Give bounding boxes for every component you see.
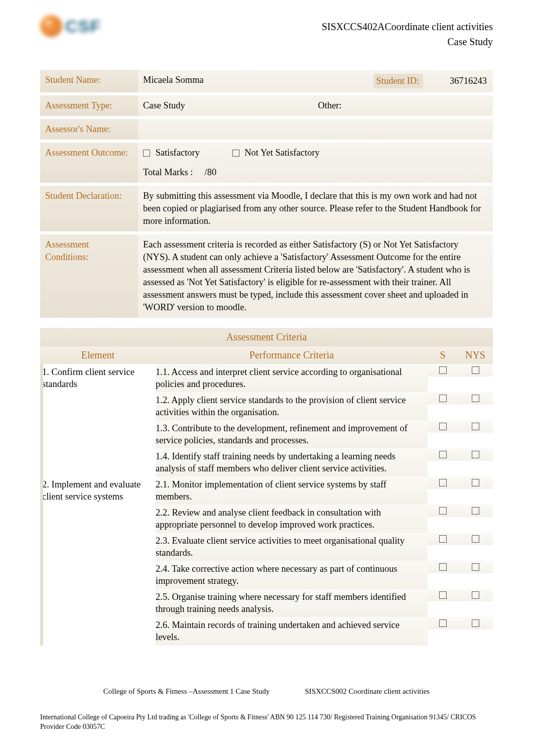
criteria-performance: 1.1. Access and interpret client service… bbox=[156, 364, 428, 392]
criteria-s-checkbox-cell bbox=[428, 364, 458, 376]
s-checkbox[interactable] bbox=[439, 366, 447, 374]
student-declaration-text: By submitting this assessment via Moodle… bbox=[138, 186, 493, 231]
s-checkbox[interactable] bbox=[439, 395, 447, 402]
s-checkbox[interactable] bbox=[439, 451, 447, 458]
satisfactory-label: Satisfactory bbox=[156, 148, 200, 158]
assessor-name-label: Assessor's Name: bbox=[40, 119, 138, 140]
column-nys: NYS bbox=[458, 346, 493, 364]
nys-checkbox[interactable] bbox=[472, 451, 479, 458]
criteria-s-checkbox-cell bbox=[428, 448, 458, 461]
criteria-nys-checkbox-cell bbox=[458, 476, 493, 489]
criteria-nys-checkbox-cell bbox=[458, 364, 493, 376]
criteria-nys-checkbox-cell bbox=[458, 533, 493, 545]
criteria-element: 1. Confirm client service standards bbox=[40, 364, 156, 392]
criteria-performance: 2.5. Organise training where necessary f… bbox=[156, 589, 428, 617]
criteria-performance: 1.3. Contribute to the development, refi… bbox=[156, 420, 428, 448]
s-checkbox[interactable] bbox=[439, 479, 447, 486]
total-marks-label: Total Marks : bbox=[143, 167, 193, 177]
satisfactory-checkbox[interactable] bbox=[143, 150, 150, 157]
criteria-element: 2. Implement and evaluate client service… bbox=[40, 476, 156, 505]
criteria-element bbox=[40, 561, 156, 565]
criteria-nys-checkbox-cell bbox=[458, 505, 493, 517]
nys-checkbox[interactable] bbox=[472, 366, 479, 374]
footer-mid-left: College of Sports & Fitness –Assessment … bbox=[103, 687, 270, 696]
course-code-title: SISXCCS402ACoordinate client activities bbox=[322, 19, 493, 34]
nys-checkbox[interactable] bbox=[472, 395, 479, 402]
criteria-s-checkbox-cell bbox=[428, 561, 458, 573]
criteria-row: 2.2. Review and analyse client feedback … bbox=[40, 505, 493, 533]
column-performance-criteria: Performance Criteria bbox=[156, 346, 428, 364]
criteria-row: 1.3. Contribute to the development, refi… bbox=[40, 420, 493, 448]
criteria-performance: 1.2. Apply client service standards to t… bbox=[156, 392, 428, 420]
criteria-row: 2.5. Organise training where necessary f… bbox=[40, 589, 493, 617]
assessment-type-value: Case Study bbox=[143, 100, 185, 110]
criteria-nys-checkbox-cell bbox=[458, 420, 493, 433]
criteria-performance: 1.4. Identify staff training needs by un… bbox=[156, 448, 428, 476]
student-name-value: Micaela Somma bbox=[143, 75, 204, 85]
student-declaration-label: Student Declaration: bbox=[40, 186, 138, 231]
criteria-nys-checkbox-cell bbox=[458, 448, 493, 461]
column-s: S bbox=[428, 346, 458, 364]
criteria-element bbox=[40, 505, 156, 509]
assessment-conditions-text: Each assessment criteria is recorded as … bbox=[138, 234, 493, 318]
nys-checkbox[interactable] bbox=[472, 563, 479, 571]
header-title: SISXCCS402ACoordinate client activities … bbox=[322, 15, 493, 49]
criteria-nys-checkbox-cell bbox=[458, 561, 493, 573]
assessment-conditions-label: Assessment Conditions: bbox=[40, 234, 138, 318]
logo: CSF bbox=[40, 15, 108, 53]
criteria-row: 2.6. Maintain records of training undert… bbox=[40, 617, 493, 645]
criteria-row: 1. Confirm client service standards1.1. … bbox=[40, 364, 493, 392]
criteria-s-checkbox-cell bbox=[428, 505, 458, 517]
not-yet-satisfactory-label: Not Yet Satisfactory bbox=[244, 148, 320, 158]
doc-type: Case Study bbox=[322, 34, 493, 49]
criteria-performance: 2.6. Maintain records of training undert… bbox=[156, 617, 428, 645]
criteria-performance: 2.4. Take corrective action where necess… bbox=[156, 561, 428, 589]
s-checkbox[interactable] bbox=[439, 423, 447, 430]
criteria-row: 2.4. Take corrective action where necess… bbox=[40, 561, 493, 589]
criteria-performance: 2.2. Review and analyse client feedback … bbox=[156, 505, 428, 533]
criteria-performance: 2.3. Evaluate client service activities … bbox=[156, 533, 428, 561]
student-name-label: Student Name: bbox=[40, 70, 138, 92]
s-checkbox[interactable] bbox=[439, 619, 447, 627]
criteria-element bbox=[40, 533, 156, 537]
other-label: Other: bbox=[318, 99, 341, 112]
not-yet-satisfactory-checkbox[interactable] bbox=[232, 150, 239, 157]
criteria-element bbox=[40, 420, 156, 424]
nys-checkbox[interactable] bbox=[472, 423, 479, 430]
assessment-type-label: Assessment Type: bbox=[40, 95, 138, 116]
criteria-row: 1.4. Identify staff training needs by un… bbox=[40, 448, 493, 476]
criteria-row: 2. Implement and evaluate client service… bbox=[40, 476, 493, 505]
criteria-nys-checkbox-cell bbox=[458, 617, 493, 629]
column-element: Element bbox=[40, 346, 156, 364]
criteria-s-checkbox-cell bbox=[428, 617, 458, 629]
student-id-value: 36716243 bbox=[450, 76, 487, 86]
criteria-nys-checkbox-cell bbox=[458, 589, 493, 601]
total-marks-value: /80 bbox=[205, 167, 217, 177]
criteria-element bbox=[40, 589, 156, 593]
assessor-name-value bbox=[138, 119, 493, 140]
criteria-element bbox=[40, 392, 156, 396]
footer-mid-right: SISXCCS002 Coordinate client activities bbox=[305, 687, 430, 696]
s-checkbox[interactable] bbox=[439, 563, 447, 571]
criteria-nys-checkbox-cell bbox=[458, 392, 493, 405]
criteria-s-checkbox-cell bbox=[428, 420, 458, 433]
criteria-row: 1.2. Apply client service standards to t… bbox=[40, 392, 493, 420]
assessment-outcome-label: Assessment Outcome: bbox=[40, 143, 138, 183]
criteria-s-checkbox-cell bbox=[428, 589, 458, 601]
student-id-label: Student ID: bbox=[373, 74, 424, 88]
criteria-s-checkbox-cell bbox=[428, 392, 458, 405]
nys-checkbox[interactable] bbox=[472, 619, 479, 627]
s-checkbox[interactable] bbox=[439, 535, 447, 543]
footer-bottom: International College of Capoeira Pty Lt… bbox=[40, 713, 493, 732]
criteria-element bbox=[40, 448, 156, 452]
nys-checkbox[interactable] bbox=[472, 479, 479, 486]
criteria-s-checkbox-cell bbox=[428, 476, 458, 489]
criteria-element bbox=[40, 617, 156, 621]
criteria-row: 2.3. Evaluate client service activities … bbox=[40, 533, 493, 561]
s-checkbox[interactable] bbox=[439, 591, 447, 599]
nys-checkbox[interactable] bbox=[472, 535, 479, 543]
nys-checkbox[interactable] bbox=[472, 507, 479, 515]
s-checkbox[interactable] bbox=[439, 507, 447, 515]
assessment-criteria-title: Assessment Criteria bbox=[40, 328, 493, 346]
nys-checkbox[interactable] bbox=[472, 591, 479, 599]
